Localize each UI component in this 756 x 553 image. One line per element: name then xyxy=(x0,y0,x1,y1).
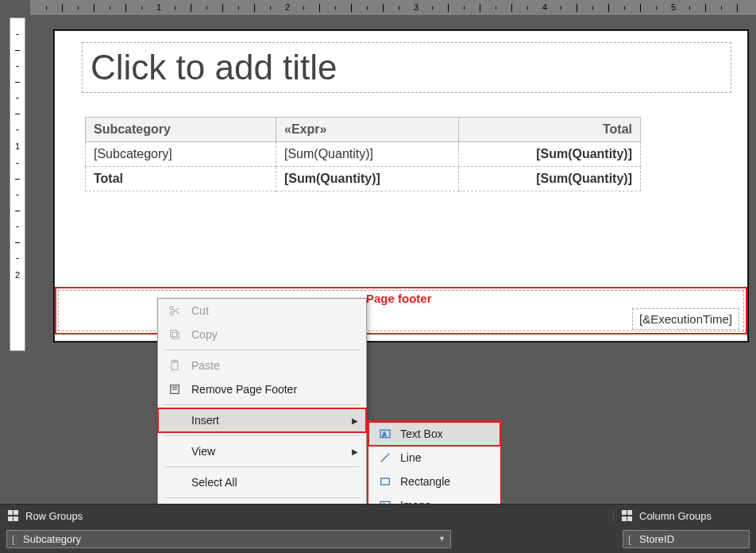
column-group-label: StoreID xyxy=(639,533,674,545)
line-icon xyxy=(376,451,394,464)
submenu-line[interactable]: Line xyxy=(368,446,500,470)
groups-panel: Row Groups Column Groups [ Subcategory ▼… xyxy=(0,504,756,553)
column-groups-label: Column Groups xyxy=(639,510,712,522)
menu-paste[interactable]: Paste xyxy=(158,354,366,377)
menu-select-all[interactable]: Select All xyxy=(158,470,366,494)
row-groups-header: Row Groups xyxy=(0,510,613,522)
submenu-textbox[interactable]: A Text Box xyxy=(368,422,500,446)
menu-view-label: View xyxy=(191,445,352,458)
scissors-icon xyxy=(166,304,183,317)
column-group-item[interactable]: [ StoreID xyxy=(623,530,750,548)
row-group-label: Subcategory xyxy=(23,533,81,545)
svg-rect-16 xyxy=(381,478,390,485)
header-subcategory[interactable]: Subcategory xyxy=(86,118,276,142)
cell-total-label[interactable]: Total xyxy=(86,167,276,191)
dropdown-caret-icon[interactable]: ▼ xyxy=(438,535,446,543)
bracket-icon: [ xyxy=(628,533,631,545)
svg-rect-3 xyxy=(171,331,177,337)
table-total-row: Total [Sum(Quantity)] [Sum(Quantity)] xyxy=(86,167,641,191)
grid-icon xyxy=(8,510,19,521)
vertical-ruler: 1 2 xyxy=(10,17,25,351)
header-expr[interactable]: «Expr» xyxy=(276,118,459,142)
horizontal-ruler: 1 2 3 4 5 xyxy=(30,0,756,16)
rectangle-icon xyxy=(376,475,394,488)
cell-total1[interactable]: [Sum(Quantity)] xyxy=(276,167,459,191)
menu-insert-label: Insert xyxy=(191,414,352,427)
submenu-rectangle-label: Rectangle xyxy=(400,475,450,488)
menu-paste-label: Paste xyxy=(191,359,358,372)
bracket-icon: [ xyxy=(12,533,15,545)
paste-icon xyxy=(166,359,183,372)
submenu-arrow-icon: ▶ xyxy=(352,416,358,425)
column-groups-header: Column Groups xyxy=(613,510,756,522)
menu-remove-footer-label: Remove Page Footer xyxy=(191,383,358,396)
submenu-line-label: Line xyxy=(400,451,421,464)
menu-copy[interactable]: Copy xyxy=(158,323,366,346)
context-menu: Cut Copy Paste Remove Page Footer Insert… xyxy=(157,298,367,526)
menu-insert[interactable]: Insert ▶ xyxy=(158,408,366,432)
row-group-item[interactable]: [ Subcategory ▼ xyxy=(6,530,451,548)
table-header-row: Subcategory «Expr» Total xyxy=(86,118,641,142)
report-design-surface[interactable]: Click to add title Subcategory «Expr» To… xyxy=(54,30,748,342)
report-title-placeholder[interactable]: Click to add title xyxy=(82,42,731,93)
copy-icon xyxy=(166,328,183,341)
cell-total2[interactable]: [Sum(Quantity)] xyxy=(459,167,641,191)
menu-select-all-label: Select All xyxy=(191,476,358,489)
menu-cut[interactable]: Cut xyxy=(158,299,366,323)
header-total[interactable]: Total xyxy=(459,118,641,142)
svg-rect-2 xyxy=(172,332,179,338)
page-footer-annotation: Page footer xyxy=(366,292,432,305)
svg-text:A: A xyxy=(383,431,387,437)
cell-sum1[interactable]: [Sum(Quantity)] xyxy=(276,142,459,167)
grid-icon xyxy=(622,510,633,521)
submenu-arrow-icon: ▶ xyxy=(352,447,358,456)
menu-copy-label: Copy xyxy=(191,328,358,341)
menu-view[interactable]: View ▶ xyxy=(158,439,366,463)
menu-remove-page-footer[interactable]: Remove Page Footer xyxy=(158,377,366,401)
cell-subcategory[interactable]: [Subcategory] xyxy=(86,142,276,167)
cell-sum2[interactable]: [Sum(Quantity)] xyxy=(459,142,641,167)
tablix-grid[interactable]: Subcategory «Expr» Total [Subcategory] [… xyxy=(85,117,641,191)
row-groups-label: Row Groups xyxy=(25,510,83,522)
execution-time-textbox[interactable]: [&ExecutionTime] xyxy=(632,308,739,330)
table-data-row: [Subcategory] [Sum(Quantity)] [Sum(Quant… xyxy=(86,142,641,167)
textbox-icon: A xyxy=(376,427,394,440)
menu-cut-label: Cut xyxy=(191,304,358,317)
submenu-textbox-label: Text Box xyxy=(400,427,443,440)
submenu-rectangle[interactable]: Rectangle xyxy=(368,470,500,493)
svg-line-15 xyxy=(381,454,390,462)
remove-footer-icon xyxy=(166,383,183,396)
